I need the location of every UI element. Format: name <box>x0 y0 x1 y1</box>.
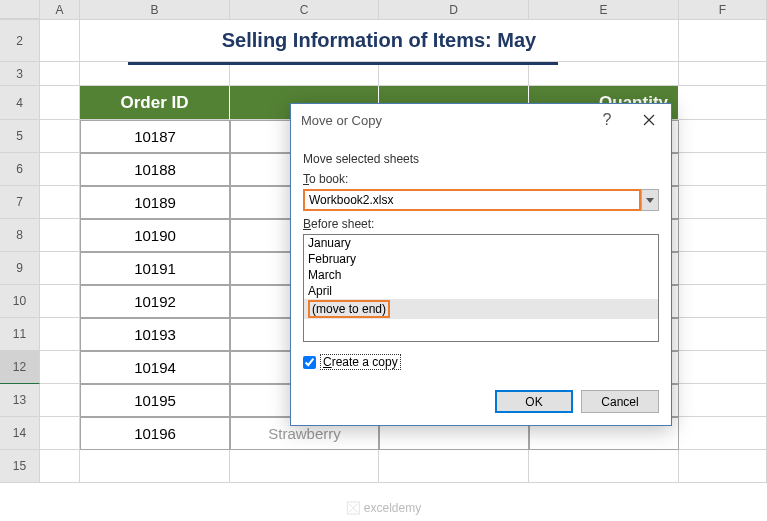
col-header-F[interactable]: F <box>679 0 767 19</box>
col-header-C[interactable]: C <box>230 0 379 19</box>
cell-order-3[interactable]: 10190 <box>80 219 230 252</box>
row-header-7[interactable]: 7 <box>0 186 40 219</box>
cell-order-8[interactable]: 10195 <box>80 384 230 417</box>
create-copy-checkbox[interactable] <box>303 356 316 369</box>
title-underline <box>128 62 558 65</box>
move-selected-label: Move selected sheets <box>303 152 659 166</box>
title-cell[interactable]: Selling Information of Items: May <box>80 20 679 62</box>
help-icon[interactable]: ? <box>587 111 627 129</box>
col-header-D[interactable]: D <box>379 0 529 19</box>
list-item[interactable]: February <box>304 251 658 267</box>
th-order-id[interactable]: Order ID <box>80 86 230 120</box>
cell-order-2[interactable]: 10189 <box>80 186 230 219</box>
row-header-2[interactable]: 2 <box>0 20 40 62</box>
cell-order-9[interactable]: 10196 <box>80 417 230 450</box>
cancel-button[interactable]: Cancel <box>581 390 659 413</box>
row-header-5[interactable]: 5 <box>0 120 40 153</box>
list-item[interactable]: January <box>304 235 658 251</box>
row-header-15[interactable]: 15 <box>0 450 40 483</box>
row-header-12[interactable]: 12 <box>0 351 40 384</box>
cell-order-4[interactable]: 10191 <box>80 252 230 285</box>
col-header-B[interactable]: B <box>80 0 230 19</box>
move-or-copy-dialog: Move or Copy ? Move selected sheets To b… <box>290 103 672 426</box>
row-header-10[interactable]: 10 <box>0 285 40 318</box>
cell-A2[interactable] <box>40 20 80 62</box>
row-header-4[interactable]: 4 <box>0 86 40 120</box>
cell-F2[interactable] <box>679 20 767 62</box>
before-sheet-label: Before sheet: <box>303 217 659 231</box>
watermark: exceldemy <box>346 501 421 515</box>
ok-button[interactable]: OK <box>495 390 573 413</box>
create-copy-label[interactable]: Create a copy <box>320 354 401 370</box>
chevron-down-icon <box>646 198 654 203</box>
row-header-9[interactable]: 9 <box>0 252 40 285</box>
column-headers-row: A B C D E F <box>0 0 767 20</box>
row-header-13[interactable]: 13 <box>0 384 40 417</box>
logo-icon <box>346 501 360 515</box>
dialog-titlebar[interactable]: Move or Copy ? <box>291 104 671 136</box>
close-icon[interactable] <box>627 104 671 136</box>
cell-order-6[interactable]: 10193 <box>80 318 230 351</box>
list-item[interactable]: April <box>304 283 658 299</box>
to-book-dropdown-button[interactable] <box>641 189 659 211</box>
list-item-selected[interactable]: (move to end) <box>304 299 658 319</box>
cell-order-5[interactable]: 10192 <box>80 285 230 318</box>
row-header-8[interactable]: 8 <box>0 219 40 252</box>
col-header-E[interactable]: E <box>529 0 679 19</box>
cell-order-7[interactable]: 10194 <box>80 351 230 384</box>
row-header-3[interactable]: 3 <box>0 62 40 86</box>
col-header-A[interactable]: A <box>40 0 80 19</box>
page-title: Selling Information of Items: May <box>222 29 536 52</box>
before-sheet-listbox[interactable]: January February March April (move to en… <box>303 234 659 342</box>
row-header-14[interactable]: 14 <box>0 417 40 450</box>
row-header-6[interactable]: 6 <box>0 153 40 186</box>
to-book-label: To book: <box>303 172 659 186</box>
cell-A3[interactable] <box>40 62 80 86</box>
select-all-corner[interactable] <box>0 0 40 19</box>
cell-order-0[interactable]: 10187 <box>80 120 230 153</box>
row-header-11[interactable]: 11 <box>0 318 40 351</box>
list-item[interactable]: March <box>304 267 658 283</box>
cell-order-1[interactable]: 10188 <box>80 153 230 186</box>
dialog-title: Move or Copy <box>301 113 587 128</box>
to-book-combobox[interactable] <box>303 189 641 211</box>
